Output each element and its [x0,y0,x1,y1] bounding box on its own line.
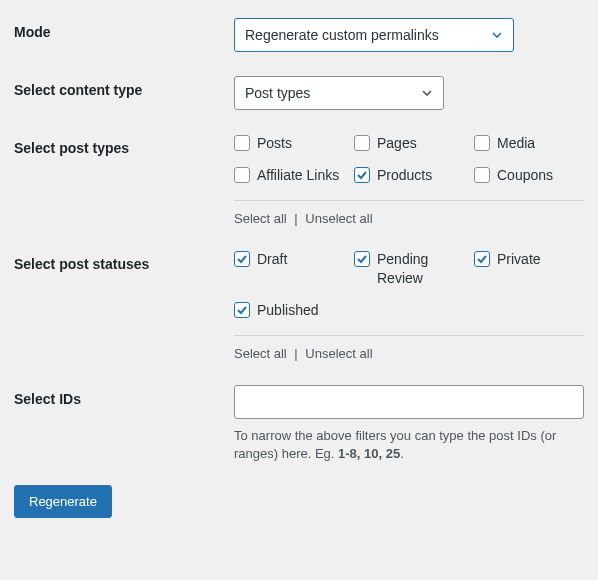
checkbox-label: Posts [257,134,292,152]
post-statuses-checkbox[interactable]: Private [474,250,584,286]
mode-select-value: Regenerate custom permalinks [245,27,439,43]
checkbox-box[interactable] [234,135,250,151]
checkbox-box[interactable] [354,251,370,267]
ids-help-text: To narrow the above filters you can type… [234,427,584,463]
chevron-down-icon [421,87,433,99]
divider [234,335,584,336]
post-types-select-all[interactable]: Select all [234,211,287,226]
checkbox-label: Media [497,134,535,152]
checkbox-box[interactable] [234,251,250,267]
regenerate-button[interactable]: Regenerate [14,485,112,518]
ids-input[interactable] [234,385,584,419]
checkbox-label: Products [377,166,432,184]
checkbox-label: Private [497,250,541,268]
post-statuses-checkbox[interactable]: Draft [234,250,344,286]
post-statuses-label: Select post statuses [14,250,234,272]
post-types-checkbox[interactable]: Coupons [474,166,584,184]
post-types-checkbox[interactable]: Affiliate Links [234,166,344,184]
divider [234,200,584,201]
checkbox-box[interactable] [354,135,370,151]
chevron-down-icon [491,29,503,41]
checkbox-label: Draft [257,250,287,268]
post-statuses-checkbox[interactable]: Published [234,301,344,319]
checkbox-label: Pages [377,134,417,152]
post-statuses-select-all[interactable]: Select all [234,346,287,361]
checkbox-label: Pending Review [377,250,464,286]
mode-label: Mode [14,18,234,40]
post-types-checkbox[interactable]: Media [474,134,584,152]
checkbox-box[interactable] [474,167,490,183]
ids-label: Select IDs [14,385,234,407]
checkbox-label: Coupons [497,166,553,184]
post-types-checkbox[interactable]: Pages [354,134,464,152]
content-type-select[interactable]: Post types [234,76,444,110]
post-statuses-unselect-all[interactable]: Unselect all [305,346,372,361]
checkbox-box[interactable] [354,167,370,183]
separator: | [291,346,302,361]
post-types-label: Select post types [14,134,234,156]
post-statuses-checkbox[interactable]: Pending Review [354,250,464,286]
content-type-label: Select content type [14,76,234,98]
checkbox-box[interactable] [474,251,490,267]
separator: | [291,211,302,226]
post-types-checkbox[interactable]: Products [354,166,464,184]
post-types-checkbox[interactable]: Posts [234,134,344,152]
mode-select[interactable]: Regenerate custom permalinks [234,18,514,52]
content-type-select-value: Post types [245,85,310,101]
checkbox-label: Affiliate Links [257,166,339,184]
checkbox-label: Published [257,301,319,319]
checkbox-box[interactable] [234,302,250,318]
checkbox-box[interactable] [474,135,490,151]
post-types-unselect-all[interactable]: Unselect all [305,211,372,226]
checkbox-box[interactable] [234,167,250,183]
